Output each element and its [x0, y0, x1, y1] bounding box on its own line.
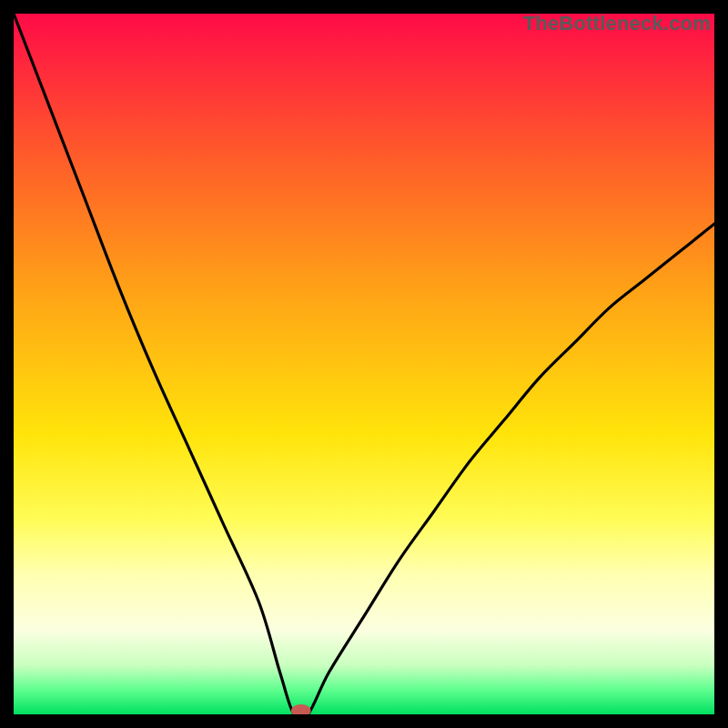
- watermark-text: TheBottleneck.com: [523, 12, 711, 35]
- bottleneck-chart: [14, 14, 714, 714]
- chart-frame: TheBottleneck.com: [14, 14, 714, 714]
- gradient-background: [14, 14, 714, 714]
